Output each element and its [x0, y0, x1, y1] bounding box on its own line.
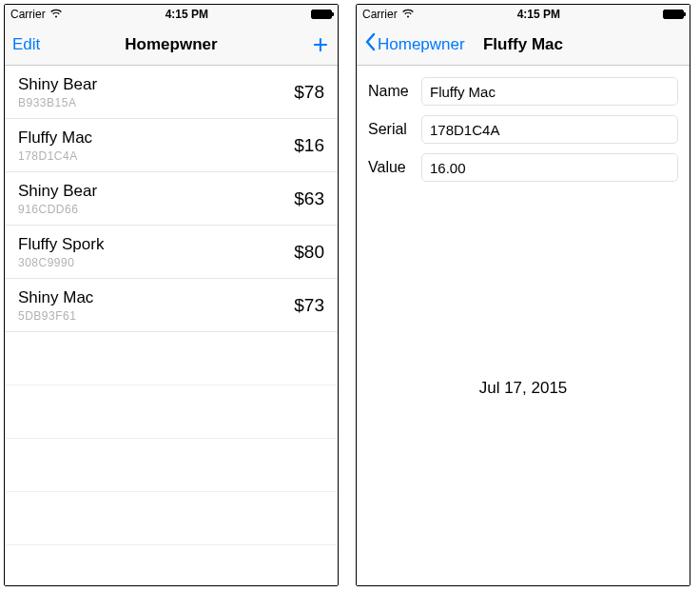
back-label: Homepwner: [378, 35, 465, 54]
table-row[interactable]: Fluffy Mac 178D1C4A $16: [5, 119, 338, 172]
status-bar: Carrier 4:15 PM: [5, 5, 338, 24]
serial-row: Serial: [368, 115, 678, 144]
empty-row: [5, 545, 338, 585]
item-price: $73: [294, 295, 324, 316]
wifi-icon: [49, 8, 63, 21]
wifi-icon: [401, 8, 415, 21]
nav-bar: Edit Homepwner +: [5, 24, 338, 66]
empty-row: [5, 492, 338, 545]
item-price: $63: [294, 188, 324, 209]
item-price: $78: [294, 82, 324, 103]
table-row[interactable]: Fluffy Spork 308C9990 $80: [5, 226, 338, 279]
name-row: Name: [368, 77, 678, 106]
chevron-left-icon: [364, 32, 376, 56]
detail-screen: Carrier 4:15 PM Homepwner Fluffy Mac Nam…: [356, 4, 690, 586]
item-name: Shiny Bear: [18, 182, 97, 201]
serial-label: Serial: [368, 121, 421, 138]
back-button[interactable]: Homepwner: [364, 32, 465, 56]
name-label: Name: [368, 83, 421, 100]
battery-icon: [311, 10, 332, 19]
serial-field[interactable]: [421, 115, 678, 144]
empty-row: [5, 332, 338, 385]
page-title: Fluffy Mac: [483, 35, 563, 54]
item-name: Shiny Mac: [18, 288, 93, 307]
item-serial: 916CDD66: [18, 203, 97, 216]
item-price: $80: [294, 242, 324, 263]
value-row: Value: [368, 153, 678, 182]
name-field[interactable]: [421, 77, 678, 106]
list-screen: Carrier 4:15 PM Edit Homepwner + Shiny B…: [4, 4, 339, 586]
item-serial: 178D1C4A: [18, 149, 92, 163]
page-title: Homepwner: [125, 35, 217, 54]
item-list[interactable]: Shiny Bear B933B15A $78 Fluffy Mac 178D1…: [5, 66, 338, 585]
item-price: $16: [294, 135, 324, 156]
table-row[interactable]: Shiny Mac 5DB93F61 $73: [5, 279, 338, 332]
table-row[interactable]: Shiny Bear B933B15A $78: [5, 66, 338, 119]
value-label: Value: [368, 159, 421, 176]
clock: 4:15 PM: [165, 8, 208, 21]
add-button[interactable]: +: [313, 31, 328, 58]
detail-body: Name Serial Value Jul 17, 2015: [357, 66, 690, 585]
nav-bar: Homepwner Fluffy Mac: [357, 24, 690, 66]
item-serial: 5DB93F61: [18, 309, 93, 323]
status-bar: Carrier 4:15 PM: [357, 5, 690, 24]
plus-icon: +: [313, 31, 328, 58]
value-field[interactable]: [421, 153, 678, 182]
carrier-label: Carrier: [362, 8, 398, 21]
item-name: Fluffy Mac: [18, 128, 92, 148]
table-row[interactable]: Shiny Bear 916CDD66 $63: [5, 172, 338, 226]
empty-row: [5, 439, 338, 492]
item-name: Fluffy Spork: [18, 235, 104, 254]
edit-button[interactable]: Edit: [12, 35, 40, 54]
item-serial: 308C9990: [18, 256, 104, 269]
date-created-label: Jul 17, 2015: [479, 379, 568, 398]
carrier-label: Carrier: [10, 8, 46, 21]
item-serial: B933B15A: [18, 96, 97, 109]
clock: 4:15 PM: [517, 8, 560, 21]
item-name: Shiny Bear: [18, 75, 97, 94]
empty-row: [5, 385, 338, 439]
battery-icon: [663, 10, 684, 19]
